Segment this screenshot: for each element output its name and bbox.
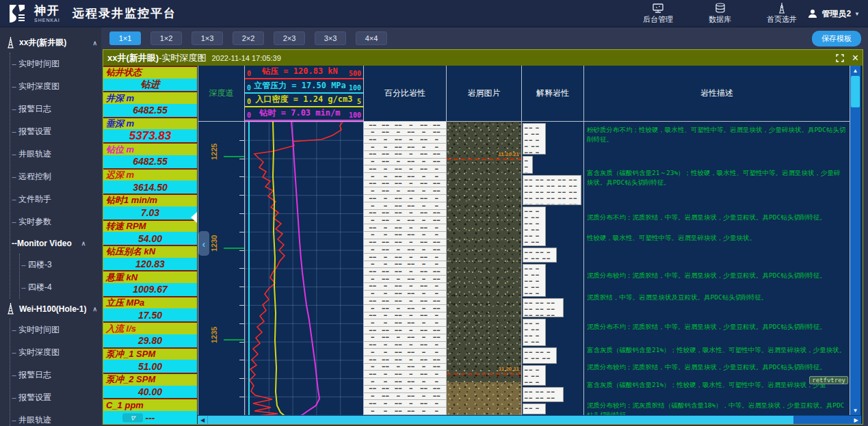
- brand-logo: 神开 SHENKAI: [0, 3, 60, 24]
- track-collapse-handle[interactable]: ‹: [198, 231, 209, 256]
- minor-tick: [239, 305, 244, 306]
- lithology-pattern-row: ▬▬▬▬▬▬▬▬▬▬▬: [364, 356, 446, 364]
- cuttings-photo-bottom-layer: [447, 382, 521, 415]
- lithology-pattern-row: ▬▬▬▬▬▬▬▬▬: [364, 342, 446, 349]
- curve-入口密度: [273, 122, 285, 415]
- lithology-pattern-row: ▬▬▬▬▬▬▬▬: [364, 144, 446, 151]
- parameter-value: 51.00: [103, 360, 197, 373]
- legend-row-入口密度: 0入口密度 = 1.24 g/cm35: [245, 94, 363, 107]
- sidebar-item-四楼-4[interactable]: --四楼-4: [20, 276, 101, 299]
- sidebar-item-井眼轨迹[interactable]: --井眼轨迹: [10, 409, 101, 426]
- layout-button-4×4[interactable]: 4×4: [356, 31, 387, 45]
- save-template-button[interactable]: 保存模板: [812, 31, 861, 46]
- well-node[interactable]: Wei-H100(Hole-1)∧: [0, 299, 101, 319]
- scroll-down-icon[interactable]: ▼: [850, 405, 860, 415]
- layout-button-2×2[interactable]: 2×2: [233, 31, 264, 45]
- sidebar-item-实时深度图[interactable]: --实时深度图: [10, 75, 101, 98]
- lithology-pattern-row: ▬▬▬▬▬▬▬▬: [364, 173, 446, 181]
- vertical-scrollbar[interactable]: ▲ ▼: [850, 66, 860, 415]
- vertical-scroll-thumb[interactable]: [851, 76, 860, 107]
- derrick-icon: [5, 37, 16, 49]
- lithology-pattern-row: ▬▬▬▬▬▬▬▬▬: [364, 224, 446, 232]
- sidebar-item-实时时间图[interactable]: --实时时间图: [10, 319, 101, 341]
- parameter-value: 6482.55: [103, 155, 197, 168]
- parameter-row: 垂深 m5373.83: [103, 117, 197, 142]
- collapse-caret-icon[interactable]: ∧: [81, 240, 86, 247]
- minor-tick: [239, 250, 244, 251]
- lithology-description-text: 泥质分布较均；泥质胶结，中等。岩屑呈块状，少量豆粒状。具PDC钻头切削特征。: [587, 271, 847, 280]
- lithology-description-text: 泥质分布不均；泥质胶结，中等。岩屑呈块状，少量豆粒状。具PDC钻头切削特征。: [587, 322, 847, 332]
- sidebar-item-报警设置[interactable]: --报警设置: [10, 120, 101, 143]
- parameter-value: 29.80: [103, 334, 197, 347]
- horizontal-scroll-track[interactable]: [793, 416, 851, 424]
- lithology-pattern-row: ▬▬▬▬▬▬▬▬▬: [364, 276, 446, 283]
- well-node[interactable]: xx井(新井眼)∧: [0, 33, 101, 53]
- sidebar-item-实时参数[interactable]: --实时参数: [10, 211, 101, 233]
- panel-collapse-arrow-icon[interactable]: [191, 212, 197, 223]
- sidebar-item-报警设置[interactable]: --报警设置: [10, 386, 101, 409]
- parameter-row: 立压 MPa17.50: [103, 296, 197, 321]
- horizontal-scrollbar[interactable]: ◀ ▶: [198, 415, 861, 424]
- close-icon[interactable]: ×: [852, 53, 858, 64]
- lithology-description-text: 富含灰质（碳酸钙含量21～23%）；性较硬，吸水性、可塑性中等。岩屑呈块状，少量…: [587, 168, 847, 187]
- scroll-left-icon[interactable]: ◀: [198, 416, 208, 424]
- sidebar-item-实时深度图[interactable]: --实时深度图: [10, 341, 101, 364]
- sidebar-item-远程控制[interactable]: --远程控制: [10, 165, 101, 188]
- collapse-caret-icon[interactable]: ∧: [92, 40, 97, 46]
- layout-button-2×3[interactable]: 2×3: [274, 31, 305, 45]
- sidebar-item-报警日志[interactable]: --报警日志: [10, 98, 101, 120]
- lithology-pattern-row: ▬▬▬▬▬▬▬▬▬▬▬: [364, 327, 446, 334]
- realtime-depth-window: xx井(新井眼) -实时深度图 2022-11-14 17:05:39 × 钻井…: [103, 49, 863, 425]
- lithology-pattern-row: ▬▬▬▬▬▬▬▬▬▬▬: [364, 297, 446, 305]
- fullscreen-icon[interactable]: [836, 54, 844, 62]
- minor-tick: [239, 232, 244, 232]
- parameter-label: 迟深 m: [103, 170, 197, 181]
- sidebar-item-实时时间图[interactable]: --实时时间图: [10, 53, 101, 75]
- parameter-value: 17.50: [103, 308, 197, 321]
- parameter-row: 泵冲_2 SPM40.00: [103, 373, 197, 398]
- scroll-right-icon[interactable]: ▶: [851, 416, 861, 424]
- cuttings-photo-header: 岩屑图片: [447, 66, 521, 122]
- legend-row-钻压: 0钻压 = 120.83 kN500: [245, 66, 363, 79]
- sidebar-item-报警日志[interactable]: --报警日志: [10, 364, 101, 386]
- lithology-description-column: 岩性描述 粉砂质分布不均；性较硬，吸水性、可塑性中等。岩屑呈块状，少量碎块状。具…: [584, 66, 850, 415]
- sidebar-item-四楼-3[interactable]: --四楼-3: [20, 254, 101, 276]
- minor-tick: [239, 195, 244, 196]
- menu-well-select[interactable]: 首页选井: [767, 3, 797, 25]
- depth-track-header: 深度道: [198, 66, 244, 122]
- depth-tick-label: 1225: [210, 150, 218, 160]
- horizontal-scroll-thumb[interactable]: [208, 416, 793, 424]
- lithology-description-text: 富含灰质（碳酸钙含量21%）；性较硬，吸水性、可塑性中等。岩屑呈碎块状，少量块状…: [587, 345, 847, 355]
- interp-lithology-block: ▬▬ ▬▬ ▬▬ ▬▬ ▬▬ ▬▬ ▬▬ ▬▬ ▬▬ ▬▬ ▬▬ ▬▬ ▬▬ ▬…: [523, 387, 564, 402]
- lithology-pattern-row: ▬▬▬▬▬▬▬▬▬▬▬: [364, 239, 446, 247]
- user-menu[interactable]: 管理员2 ▼: [807, 0, 860, 27]
- sidebar-item-文件助手[interactable]: --文件助手: [10, 188, 101, 211]
- lithology-description-text: 泥质分布不均；泥质胶结，中等。岩屑呈块状，少量豆粒状。具PDC钻头切削特征。: [587, 213, 847, 222]
- brand-sub: SHENKAI: [34, 18, 60, 23]
- parameter-value: 7.03: [103, 207, 197, 219]
- layout-button-3×3[interactable]: 3×3: [315, 31, 346, 45]
- sidebar-item-井眼轨迹[interactable]: --井眼轨迹: [10, 143, 101, 165]
- lithology-pattern-row: ▬▬▬▬▬▬▬▬: [364, 202, 446, 210]
- percent-lithology-column: 百分比岩性 ▬▬▬▬▬▬▬▬▬▬▬▬▬▬▬▬▬▬▬▬▬▬▬▬▬▬▬▬▬▬▬▬▬▬…: [364, 66, 447, 415]
- minor-tick: [239, 342, 244, 343]
- lithology-pattern-row: ▬▬▬▬▬▬▬▬▬: [364, 136, 446, 144]
- menu-database[interactable]: 数据库: [709, 3, 731, 25]
- lithology-pattern-row: ▬▬▬▬▬▬▬▬: [364, 261, 446, 269]
- parameter-value: 40.00: [103, 386, 197, 399]
- layout-button-1×3[interactable]: 1×3: [192, 31, 223, 45]
- layout-button-1×2[interactable]: 1×2: [150, 31, 182, 45]
- layout-button-1×1[interactable]: 1×1: [109, 31, 141, 45]
- lithology-pattern-row: ▬▬▬▬▬▬▬▬▬▬▬: [364, 122, 446, 129]
- lithology-pattern-row: ▬▬▬▬▬▬▬▬▬: [364, 165, 446, 173]
- interp-lithology-block: ▬▬ ▬▬ ▬▬ ▬▬ ▬▬ ▬▬ ▬▬ ▬▬ ▬▬ ▬▬ ▬▬ ▬▬ ▬▬ ▬…: [523, 156, 533, 174]
- vertical-scroll-track[interactable]: [850, 108, 860, 405]
- parameter-value: 6482.55: [103, 104, 197, 117]
- collapse-caret-icon[interactable]: ∧: [92, 306, 97, 312]
- photo-timestamp-label: 11.20.11: [499, 366, 519, 372]
- sidebar-group-monitor-video[interactable]: --Monitor Video∧: [10, 233, 101, 254]
- lithology-pattern-row: ▬▬▬▬▬▬▬▬▬: [364, 393, 446, 401]
- parameter-dropdown-icon[interactable]: ▽: [122, 413, 143, 422]
- menu-backstage[interactable]: 后台管理: [643, 3, 673, 25]
- scroll-up-icon[interactable]: ▲: [850, 66, 860, 75]
